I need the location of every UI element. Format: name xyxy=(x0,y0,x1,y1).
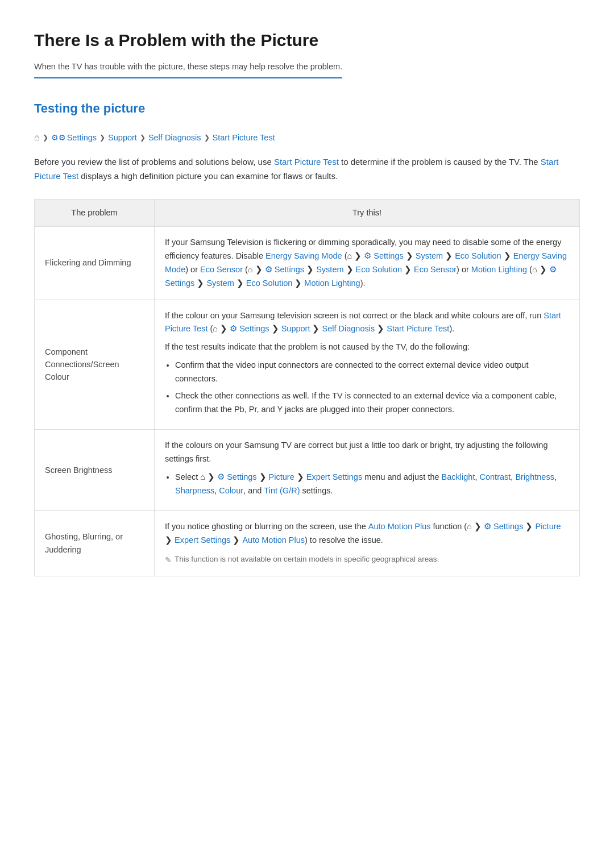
nav-settings-row2: ⚙ Settings xyxy=(230,324,269,333)
nav-chevron-2: ❯ xyxy=(99,132,105,143)
table-row-flickering: Flickering and Dimming If your Samsung T… xyxy=(35,226,580,300)
gear-icon: ⚙ xyxy=(51,132,66,144)
nav-system3: System xyxy=(206,279,234,288)
nav-picture-brightness: Picture xyxy=(269,472,294,481)
nav-eco1: Eco Solution xyxy=(455,251,501,260)
brightness-bullet-1: Select ⌂ ❯ ⚙ Settings ❯ Picture ❯ Expert… xyxy=(175,471,569,498)
nav-motion-lighting: Motion Lighting xyxy=(304,279,360,288)
nav-system1: System xyxy=(416,251,443,260)
link-sharpness[interactable]: Sharpness xyxy=(175,486,214,495)
nav-self-diagnosis[interactable]: Self Diagnosis xyxy=(148,131,201,144)
link-auto-motion-plus[interactable]: Auto Motion Plus xyxy=(368,522,431,531)
link-backlight[interactable]: Backlight xyxy=(442,472,475,481)
problem-ghosting: Ghosting, Blurring, or Juddering xyxy=(35,510,155,576)
link-auto-motion-plus2[interactable]: Auto Motion Plus xyxy=(242,535,305,545)
nav-chevron-1: ❯ xyxy=(43,132,48,143)
nav-settings-icon2: ⚙ xyxy=(265,265,272,274)
problem-flickering: Flickering and Dimming xyxy=(35,226,155,300)
component-paragraph2: If the test results indicate that the pr… xyxy=(165,340,569,354)
nav-chevron-4: ❯ xyxy=(204,132,210,143)
intro-text-middle: to determine if the problem is caused by… xyxy=(339,157,541,167)
nav-settings-icon1: ⚙ Settings xyxy=(364,251,403,260)
flickering-paragraph: If your Samsung Television is flickering… xyxy=(165,236,569,290)
note-icon: ✎ xyxy=(165,554,172,567)
nav-support[interactable]: Support xyxy=(108,131,137,144)
nav-settings2: Settings xyxy=(275,265,304,274)
col-header-try: Try this! xyxy=(154,200,579,226)
flickering-nav1: (⌂ ❯ xyxy=(342,251,364,260)
table-row-component: Component Connections/Screen Colour If t… xyxy=(35,300,580,429)
try-brightness: If the colours on your Samsung TV are co… xyxy=(154,429,579,510)
table-header-row: The problem Try this! xyxy=(35,200,580,226)
nav-eco-sensor2: Eco Sensor xyxy=(414,265,457,274)
link-expert-settings-brightness[interactable]: Expert Settings xyxy=(306,472,362,481)
nav-self-diag-row2: Self Diagnosis xyxy=(322,324,375,333)
brightness-bullets: Select ⌂ ❯ ⚙ Settings ❯ Picture ❯ Expert… xyxy=(175,471,569,498)
intro-paragraph: Before you review the list of problems a… xyxy=(34,155,580,184)
col-header-problem: The problem xyxy=(35,200,155,226)
home-icon: ⌂ xyxy=(34,131,40,145)
ghosting-paragraph1: If you notice ghosting or blurring on th… xyxy=(165,520,569,547)
nav-eco3: Eco Solution xyxy=(246,279,292,288)
link-colour[interactable]: Colour xyxy=(219,486,243,495)
nav-picture-ghosting: Picture xyxy=(535,522,561,531)
link-energy-saving-mode[interactable]: Energy Saving Mode xyxy=(265,251,342,260)
component-bullets: Confirm that the video input connectors … xyxy=(175,359,569,417)
try-component: If the colour on your Samsung television… xyxy=(154,300,579,429)
problem-brightness: Screen Brightness xyxy=(35,429,155,510)
intro-text-after: displays a high definition picture you c… xyxy=(78,171,338,181)
link-contrast[interactable]: Contrast xyxy=(480,472,511,481)
nav-chevron-3: ❯ xyxy=(140,132,146,143)
component-bullet-2: Check the other connections as well. If … xyxy=(175,389,569,417)
intro-link-start-picture-test-1[interactable]: Start Picture Test xyxy=(274,157,339,167)
link-brightness-link[interactable]: Brightness xyxy=(515,472,554,481)
section-title: Testing the picture xyxy=(34,99,580,118)
link-motion-lighting[interactable]: Motion Lighting xyxy=(471,265,527,274)
table-row-ghosting: Ghosting, Blurring, or Juddering If you … xyxy=(35,510,580,576)
link-start-picture-test2-row2[interactable]: Start Picture Test xyxy=(387,324,449,333)
component-bullet-1: Confirm that the video input connectors … xyxy=(175,359,569,386)
nav-eco2: Eco Solution xyxy=(356,265,402,274)
component-paragraph1: If the colour on your Samsung television… xyxy=(165,309,569,337)
page-subtitle: When the TV has trouble with the picture… xyxy=(34,60,342,78)
problems-table: The problem Try this! Flickering and Dim… xyxy=(34,199,580,576)
nav-path: ⌂ ❯ ⚙ Settings ❯ Support ❯ Self Diagnosi… xyxy=(34,131,580,145)
nav-expert-ghosting: Expert Settings xyxy=(175,535,230,545)
ghosting-note: ✎ This function is not available on cert… xyxy=(165,553,569,567)
nav-start-picture-test[interactable]: Start Picture Test xyxy=(213,131,275,144)
nav-system2: System xyxy=(316,265,343,274)
nav-support-row2: Support xyxy=(281,324,310,333)
table-row-brightness: Screen Brightness If the colours on your… xyxy=(35,429,580,510)
nav-settings-ghosting: ⚙ Settings xyxy=(484,522,523,531)
nav-settings[interactable]: Settings xyxy=(67,131,97,144)
try-ghosting: If you notice ghosting or blurring on th… xyxy=(154,510,579,576)
brightness-paragraph1: If the colours on your Samsung TV are co… xyxy=(165,439,569,466)
link-tint[interactable]: Tint (G/R) xyxy=(264,486,300,495)
problem-component: Component Connections/Screen Colour xyxy=(35,300,155,429)
page-title: There Is a Problem with the Picture xyxy=(34,27,580,54)
nav-settings-brightness: ⚙ Settings xyxy=(217,472,256,481)
note-text: This function is not available on certai… xyxy=(175,553,439,566)
try-flickering: If your Samsung Television is flickering… xyxy=(154,226,579,300)
link-eco-sensor[interactable]: Eco Sensor xyxy=(200,265,243,274)
intro-text-before: Before you review the list of problems a… xyxy=(34,157,274,167)
